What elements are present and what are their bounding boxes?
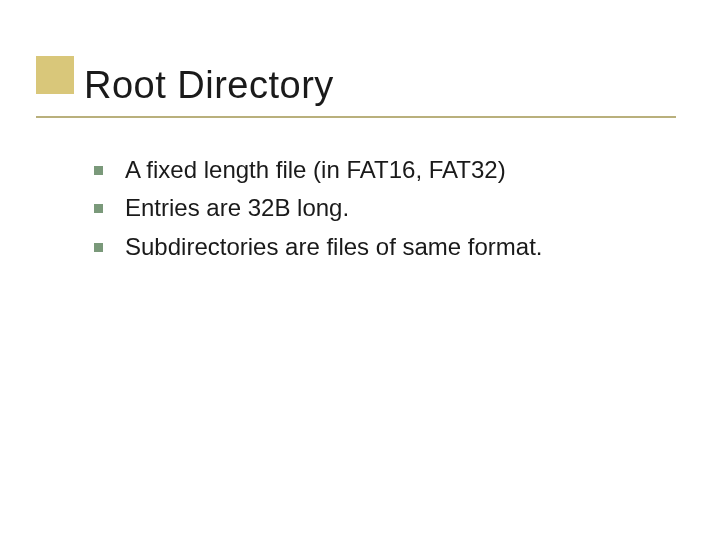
body-content: A fixed length file (in FAT16, FAT32) En… xyxy=(94,154,674,269)
bullet-text: Entries are 32B long. xyxy=(125,192,349,224)
square-bullet-icon xyxy=(94,243,103,252)
title-accent-block xyxy=(36,56,74,94)
slide: Root Directory A fixed length file (in F… xyxy=(0,0,720,540)
title-underline xyxy=(36,116,676,118)
title-bar: Root Directory xyxy=(36,70,676,120)
bullet-text: A fixed length file (in FAT16, FAT32) xyxy=(125,154,506,186)
list-item: Subdirectories are files of same format. xyxy=(94,231,674,263)
list-item: Entries are 32B long. xyxy=(94,192,674,224)
slide-title: Root Directory xyxy=(84,64,334,107)
bullet-text: Subdirectories are files of same format. xyxy=(125,231,543,263)
square-bullet-icon xyxy=(94,166,103,175)
list-item: A fixed length file (in FAT16, FAT32) xyxy=(94,154,674,186)
square-bullet-icon xyxy=(94,204,103,213)
